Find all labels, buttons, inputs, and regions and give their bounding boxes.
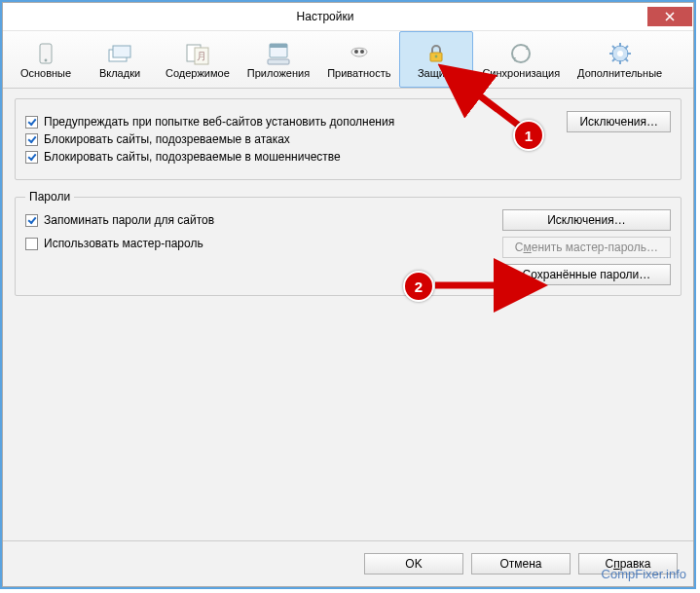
annotation-badge-2: 2: [403, 271, 434, 302]
block-attack-label: Блокировать сайты, подозреваемые в атака…: [44, 132, 290, 146]
svg-rect-9: [268, 59, 289, 64]
svg-line-22: [625, 58, 628, 61]
svg-rect-8: [270, 44, 287, 48]
passwords-group: Пароли Запоминать пароли для сайтов Испо…: [15, 190, 682, 296]
sync-icon: [509, 40, 533, 67]
gear-icon: [608, 40, 632, 67]
tab-label: Приватность: [327, 67, 390, 79]
tab-security[interactable]: Защита: [399, 31, 473, 88]
annotation-badge-1: 1: [513, 120, 544, 151]
tab-label: Синхронизация: [482, 67, 560, 79]
svg-line-24: [625, 46, 628, 49]
window-title: Настройки: [3, 10, 647, 23]
tab-general[interactable]: Основные: [9, 31, 83, 88]
help-button[interactable]: Справка: [578, 553, 678, 574]
svg-point-10: [354, 50, 358, 54]
security-icon: [424, 40, 448, 67]
block-attack-checkbox[interactable]: [25, 133, 38, 146]
tab-label: Приложения: [247, 67, 310, 79]
svg-point-13: [435, 56, 438, 58]
svg-point-16: [617, 51, 623, 56]
general-icon: [34, 40, 57, 67]
tab-toolbar: Основные Вкладки 月 Содержимое Приложения…: [3, 31, 693, 89]
svg-text:月: 月: [197, 51, 206, 61]
ok-button[interactable]: OK: [364, 553, 463, 574]
tab-advanced[interactable]: Дополнительные: [569, 31, 671, 88]
warnings-group: Предупреждать при попытке веб-сайтов уст…: [15, 98, 682, 180]
cancel-button[interactable]: Отмена: [471, 553, 571, 574]
tab-label: Вкладки: [99, 67, 140, 79]
passwords-legend: Пароли: [25, 190, 74, 204]
content-icon: 月: [185, 40, 210, 67]
exceptions-button[interactable]: Исключения…: [567, 111, 671, 132]
use-master-password-label: Использовать мастер-пароль: [44, 237, 203, 250]
tab-content[interactable]: 月 Содержимое: [157, 31, 239, 88]
warn-addons-checkbox[interactable]: [25, 116, 38, 129]
content-area: Предупреждать при попытке веб-сайтов уст…: [3, 89, 693, 540]
titlebar: Настройки: [3, 3, 693, 31]
applications-icon: [266, 40, 291, 67]
tab-label: Содержимое: [166, 67, 230, 79]
tab-sync[interactable]: Синхронизация: [473, 31, 569, 88]
tab-applications[interactable]: Приложения: [239, 31, 318, 88]
tab-tabs[interactable]: Вкладки: [83, 31, 157, 88]
use-master-password-checkbox[interactable]: [25, 238, 38, 250]
remember-passwords-label: Запоминать пароли для сайтов: [44, 213, 214, 227]
svg-point-11: [360, 50, 364, 54]
saved-passwords-button[interactable]: Сохранённые пароли…: [502, 264, 671, 285]
close-button[interactable]: [647, 7, 692, 26]
warn-addons-label: Предупреждать при попытке веб-сайтов уст…: [44, 115, 394, 129]
tab-privacy[interactable]: Приватность: [318, 31, 399, 88]
remember-passwords-checkbox[interactable]: [25, 214, 38, 227]
svg-line-21: [612, 46, 615, 49]
svg-rect-3: [113, 46, 130, 57]
svg-point-1: [45, 59, 48, 62]
tab-label: Дополнительные: [577, 67, 662, 79]
change-master-password-button: Сменить мастер-пароль…: [502, 237, 671, 258]
passwords-exceptions-button[interactable]: Исключения…: [502, 209, 671, 231]
block-fraud-label: Блокировать сайты, подозреваемые в мошен…: [44, 150, 341, 164]
dialog-footer: OK Отмена Справка: [3, 540, 693, 586]
tab-label: Защита: [418, 67, 456, 79]
tabs-icon: [107, 40, 132, 67]
svg-line-23: [612, 58, 615, 61]
tab-label: Основные: [20, 67, 71, 79]
privacy-icon: [348, 40, 371, 67]
block-fraud-checkbox[interactable]: [25, 151, 38, 164]
